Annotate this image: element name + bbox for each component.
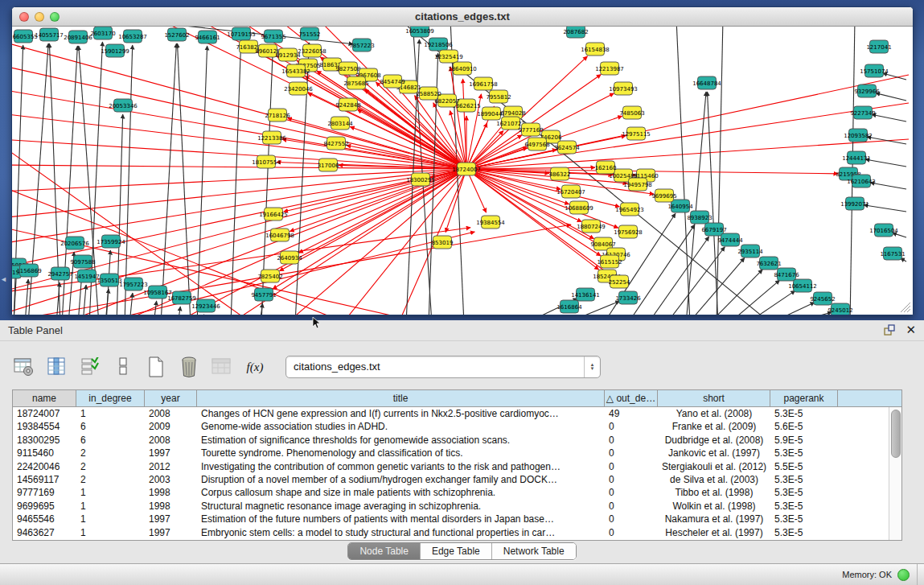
- table-cell[interactable]: 1997: [145, 526, 197, 539]
- column-header-year[interactable]: year: [145, 390, 197, 406]
- graph-node-16154838[interactable]: 16154838: [581, 43, 610, 56]
- table-cell[interactable]: Jankovic et al. (1997): [658, 447, 770, 459]
- graph-node-7632621[interactable]: 7632621: [756, 257, 781, 270]
- table-cell[interactable]: 2: [76, 447, 145, 459]
- table-cell[interactable]: 2009: [145, 420, 197, 433]
- table-cell[interactable]: 2003: [145, 473, 197, 486]
- table-cell[interactable]: Investigating the contribution of common…: [197, 460, 605, 473]
- table-cell[interactable]: 2008: [145, 407, 197, 420]
- table-cell[interactable]: 1998: [145, 500, 197, 513]
- table-cell[interactable]: 9699695: [13, 500, 76, 513]
- graph-node-8938923[interactable]: 8938923: [687, 211, 712, 224]
- graph-node-19384554[interactable]: 19384554: [476, 216, 505, 229]
- graph-node-1156869[interactable]: 1156869: [16, 264, 41, 277]
- delete-table-icon[interactable]: [210, 355, 234, 379]
- delete-column-icon[interactable]: [177, 355, 201, 379]
- column-header-filler[interactable]: [838, 390, 901, 406]
- table-cell[interactable]: 5.6E-5: [770, 420, 838, 433]
- graph-node-12213987[interactable]: 12213987: [595, 62, 624, 75]
- table-cell[interactable]: Tibbo et al. (1998): [658, 486, 770, 499]
- function-builder-icon[interactable]: f(x): [243, 355, 267, 379]
- table-cell[interactable]: Wolkin et al. (1998): [658, 500, 770, 513]
- graph-node-486322[interactable]: 486322: [549, 167, 571, 180]
- graph-node-162160[interactable]: 162160: [595, 161, 617, 174]
- scrollbar-thumb[interactable]: [891, 410, 901, 458]
- table-cell[interactable]: 0: [605, 526, 658, 539]
- table-cell[interactable]: 22420046: [13, 460, 76, 473]
- graph-node-2875685[interactable]: 2875685: [343, 76, 368, 89]
- tab-node-table[interactable]: Node Table: [348, 543, 421, 559]
- table-cell[interactable]: 1: [76, 500, 145, 513]
- table-cell[interactable]: 0: [605, 447, 658, 459]
- graph-node-6497568[interactable]: 6497568: [524, 138, 549, 150]
- table-cell[interactable]: 6: [76, 434, 145, 447]
- table-cell[interactable]: 5.3E-5: [770, 513, 838, 525]
- citation-network-graph[interactable]: 1872400716605355140557172089140626031701…: [12, 27, 911, 315]
- table-cell[interactable]: 1: [76, 526, 145, 539]
- graph-node-9466161[interactable]: 9466161: [195, 31, 220, 43]
- float-panel-icon[interactable]: [883, 323, 896, 336]
- column-header-out_de…[interactable]: △ out_de…: [605, 390, 658, 406]
- graph-node-17359924[interactable]: 17359924: [97, 235, 125, 248]
- graph-node-9457791[interactable]: 9457791: [251, 288, 276, 301]
- graph-node-9227349[interactable]: 9227349: [850, 106, 875, 119]
- table-cell[interactable]: 0: [605, 420, 658, 433]
- graph-node-853019[interactable]: 853019: [432, 236, 454, 249]
- table-cell[interactable]: Structural magnetic resonance image aver…: [197, 500, 605, 513]
- column-header-short[interactable]: short: [658, 390, 770, 406]
- graph-node-2603170[interactable]: 2603170: [90, 27, 115, 39]
- graph-node-1451947[interactable]: 1451947: [74, 270, 99, 282]
- table-row[interactable]: 2242004622012Investigating the contribut…: [13, 460, 889, 473]
- tab-network-table[interactable]: Network Table: [492, 543, 576, 559]
- graph-node-12093582[interactable]: 12093582: [844, 129, 873, 142]
- graph-node-16605355[interactable]: 16605355: [12, 30, 38, 43]
- graph-node-9245652[interactable]: 9245652: [810, 292, 835, 305]
- table-cell[interactable]: 9115460: [13, 447, 76, 459]
- table-cell[interactable]: 2: [76, 473, 145, 486]
- table-cell[interactable]: 9465546: [13, 513, 76, 525]
- table-row[interactable]: 1938455462009Genome-wide association stu…: [13, 420, 889, 433]
- table-cell[interactable]: 5.3E-5: [770, 486, 838, 499]
- table-cell[interactable]: Nakamura et al. (1997): [658, 513, 770, 525]
- graph-node-19166425[interactable]: 19166425: [259, 208, 288, 220]
- table-cell[interactable]: 1: [76, 486, 145, 499]
- graph-node-2935114[interactable]: 2935114: [737, 245, 763, 257]
- table-cell[interactable]: Tourette syndrome. Phenomenology and cla…: [197, 447, 605, 459]
- graph-node-17016504[interactable]: 17016504: [869, 224, 898, 237]
- table-row[interactable]: 1872400712008Changes of HCN gene express…: [13, 407, 889, 420]
- table-cell[interactable]: Stergiakouli et al. (2012): [658, 460, 770, 473]
- table-cell[interactable]: Franke et al. (2009): [658, 420, 770, 433]
- table-cell[interactable]: 14569117: [13, 473, 76, 486]
- graph-node-23226058[interactable]: 23226058: [298, 44, 326, 57]
- table-row[interactable]: 911546021997Tourette syndrome. Phenomeno…: [13, 447, 889, 459]
- table-cell[interactable]: Changes of HCN gene expression and I(f) …: [197, 407, 605, 420]
- table-cell[interactable]: 9777169: [13, 486, 76, 499]
- graph-node-1615152[interactable]: 1615152: [597, 255, 622, 268]
- graph-node-8454749[interactable]: 8454749: [380, 75, 405, 88]
- graph-node-751552[interactable]: 751552: [299, 27, 321, 40]
- table-cell[interactable]: 2: [76, 460, 145, 473]
- graph-node-3624574[interactable]: 3624574: [554, 141, 580, 154]
- network-canvas[interactable]: 1872400716605355140557172089140626031701…: [12, 27, 913, 315]
- table-cell[interactable]: Disruption of a novel member of a sodium…: [197, 473, 605, 486]
- graph-node-20891406[interactable]: 20891406: [64, 31, 92, 43]
- graph-node-19756928[interactable]: 19756928: [614, 225, 643, 238]
- table-cell[interactable]: 0: [605, 500, 658, 513]
- graph-node-9097588[interactable]: 9097588: [70, 255, 95, 268]
- graph-node-16961758[interactable]: 16961758: [469, 77, 498, 90]
- table-cell[interactable]: Corpus callosum shape and size in male p…: [197, 486, 605, 499]
- graph-node-2942757[interactable]: 2942757: [47, 267, 72, 280]
- table-row[interactable]: 946554611997Estimation of the future num…: [13, 513, 889, 525]
- table-row[interactable]: 969969511998Structural magnetic resonanc…: [13, 500, 889, 513]
- table-cell[interactable]: Embryonic stem cells: a model to study s…: [197, 526, 605, 539]
- table-cell[interactable]: 5.9E-5: [770, 434, 838, 447]
- table-mode-icon[interactable]: [12, 355, 36, 379]
- graph-node-1527602[interactable]: 1527602: [164, 28, 189, 41]
- table-cell[interactable]: 1: [76, 513, 145, 525]
- table-cell[interactable]: 5.3E-5: [770, 447, 838, 459]
- graph-node-2718126[interactable]: 2718126: [265, 109, 290, 122]
- graph-node-10973493[interactable]: 10973493: [609, 82, 638, 95]
- panel-collapse-handle[interactable]: ◄: [0, 274, 7, 285]
- table-cell[interactable]: 49: [605, 407, 658, 420]
- graph-node-1350513[interactable]: 1350513: [97, 274, 121, 286]
